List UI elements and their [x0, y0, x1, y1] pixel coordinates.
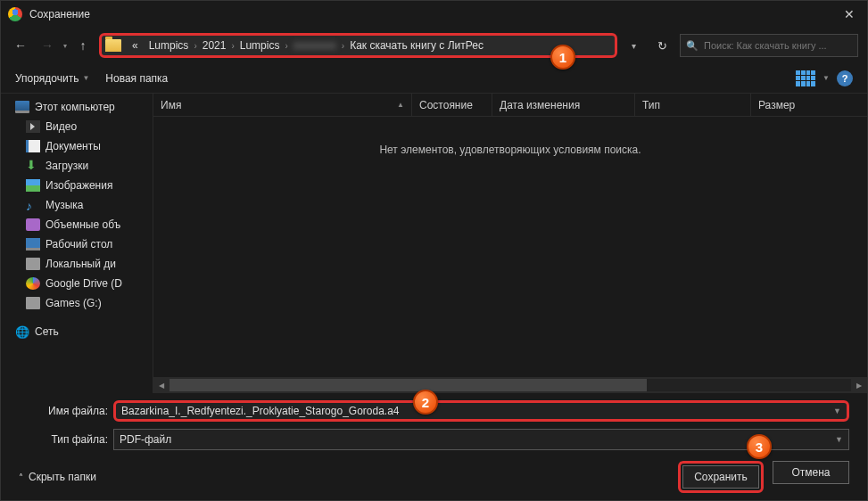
- sidebar-item-local-disk[interactable]: Локальный ди: [1, 254, 153, 274]
- organize-button[interactable]: Упорядочить ▼: [15, 72, 89, 85]
- breadcrumb-item[interactable]: Lumpics: [235, 39, 285, 52]
- sidebar-item-3d[interactable]: Объемные объ: [1, 215, 153, 234]
- chrome-icon: [8, 7, 22, 21]
- sidebar-item-downloads[interactable]: Загрузки: [1, 156, 153, 176]
- sidebar-item-videos[interactable]: Видео: [1, 117, 153, 136]
- address-dropdown[interactable]: ▾: [623, 41, 644, 51]
- filetype-label: Тип файла:: [19, 433, 108, 446]
- toolbar: Упорядочить ▼ Новая папка ▼ ?: [1, 63, 867, 94]
- scroll-right-icon[interactable]: ▶: [851, 382, 867, 390]
- filename-label: Имя файла:: [19, 405, 108, 417]
- sidebar-item-games[interactable]: Games (G:): [1, 293, 153, 313]
- network-icon: [15, 325, 29, 338]
- empty-message: Нет элементов, удовлетворяющих условиям …: [153, 117, 867, 377]
- filetype-select[interactable]: PDF-файл ▼: [113, 429, 849, 450]
- download-icon: [26, 160, 40, 172]
- document-icon: [26, 140, 40, 152]
- titlebar: Сохранение ✕: [1, 1, 867, 28]
- horizontal-scrollbar[interactable]: ◀ ▶: [153, 377, 867, 393]
- disk-icon: [26, 258, 40, 270]
- search-input[interactable]: 🔍 Поиск: Как скачать книгу ...: [680, 34, 858, 57]
- window-title: Сохранение: [29, 8, 831, 21]
- cancel-button[interactable]: Отмена: [773, 461, 849, 484]
- breadcrumb-item[interactable]: 2021: [197, 39, 232, 52]
- video-icon: [26, 120, 40, 133]
- desktop-icon: [26, 238, 40, 250]
- breadcrumb-item[interactable]: Как скачать книгу с ЛитРес: [344, 39, 489, 52]
- save-button[interactable]: Сохранить: [682, 465, 759, 489]
- callout-1: 1: [550, 45, 575, 70]
- column-state[interactable]: Состояние: [412, 94, 492, 116]
- view-mode-button[interactable]: [796, 70, 815, 86]
- nav-bar: ← → ▾ ↑ « Lumpics › 2021 › Lumpics › xxx…: [1, 28, 867, 63]
- pc-icon: [15, 101, 29, 113]
- hide-folders-button[interactable]: ˄ Скрыть папки: [19, 471, 96, 483]
- sidebar-item-this-pc[interactable]: Этот компьютер: [1, 97, 153, 117]
- scroll-track[interactable]: [169, 379, 851, 391]
- cube-icon: [26, 218, 40, 231]
- sidebar: Этот компьютер Видео Документы Загрузки …: [1, 94, 153, 393]
- help-button[interactable]: ?: [837, 70, 853, 86]
- scroll-thumb[interactable]: [169, 379, 647, 391]
- sidebar-item-music[interactable]: Музыка: [1, 195, 153, 215]
- breadcrumb-prefix: «: [127, 39, 144, 52]
- file-list-area: Имя▲ Состояние Дата изменения Тип Размер…: [153, 94, 867, 393]
- chevron-up-icon: ˄: [19, 472, 23, 482]
- sidebar-item-gdrive[interactable]: Google Drive (D: [1, 274, 153, 293]
- image-icon: [26, 179, 40, 192]
- breadcrumb-item[interactable]: Lumpics: [144, 39, 194, 52]
- chevron-down-icon: ▼: [82, 74, 89, 82]
- main-area: Этот компьютер Видео Документы Загрузки …: [1, 94, 867, 393]
- callout-3: 3: [747, 434, 772, 459]
- sidebar-item-documents[interactable]: Документы: [1, 136, 153, 156]
- nav-history-dropdown[interactable]: ▾: [63, 42, 67, 50]
- refresh-button[interactable]: ↻: [649, 39, 674, 53]
- sidebar-item-desktop[interactable]: Рабочий стол: [1, 234, 153, 254]
- new-folder-button[interactable]: Новая папка: [105, 72, 168, 85]
- scroll-left-icon[interactable]: ◀: [153, 382, 169, 390]
- sidebar-item-network[interactable]: Сеть: [1, 322, 153, 341]
- column-size[interactable]: Размер: [751, 94, 860, 116]
- chevron-down-icon[interactable]: ▼: [835, 435, 843, 444]
- chevron-down-icon: ▼: [823, 74, 830, 82]
- folder-icon: [105, 39, 121, 52]
- breadcrumb-item-hidden[interactable]: xxxxxxxx: [288, 39, 342, 52]
- sidebar-item-pictures[interactable]: Изображения: [1, 176, 153, 195]
- close-button[interactable]: ✕: [831, 1, 867, 28]
- gdrive-icon: [26, 277, 40, 290]
- save-dialog: Сохранение ✕ ← → ▾ ↑ « Lumpics › 2021 › …: [0, 0, 868, 501]
- column-modified[interactable]: Дата изменения: [492, 94, 635, 116]
- disk-icon: [26, 297, 40, 309]
- filename-input[interactable]: Bazarkina_I._Redfyentezi._Proklyatie_Sta…: [113, 400, 849, 422]
- search-icon: 🔍: [686, 40, 699, 52]
- chevron-down-icon[interactable]: ▼: [833, 407, 841, 415]
- nav-back-button[interactable]: ←: [10, 35, 31, 56]
- callout-2: 2: [413, 390, 438, 415]
- column-headers: Имя▲ Состояние Дата изменения Тип Размер: [153, 94, 867, 117]
- column-type[interactable]: Тип: [635, 94, 751, 116]
- address-bar[interactable]: « Lumpics › 2021 › Lumpics › xxxxxxxx › …: [99, 33, 617, 58]
- music-icon: [26, 199, 40, 211]
- search-placeholder: Поиск: Как скачать книгу ...: [704, 40, 827, 51]
- nav-forward-button[interactable]: →: [37, 35, 58, 56]
- column-name[interactable]: Имя▲: [153, 94, 412, 116]
- save-button-highlight: Сохранить: [678, 461, 764, 493]
- nav-up-button[interactable]: ↑: [72, 35, 94, 56]
- sort-indicator-icon: ▲: [397, 101, 404, 109]
